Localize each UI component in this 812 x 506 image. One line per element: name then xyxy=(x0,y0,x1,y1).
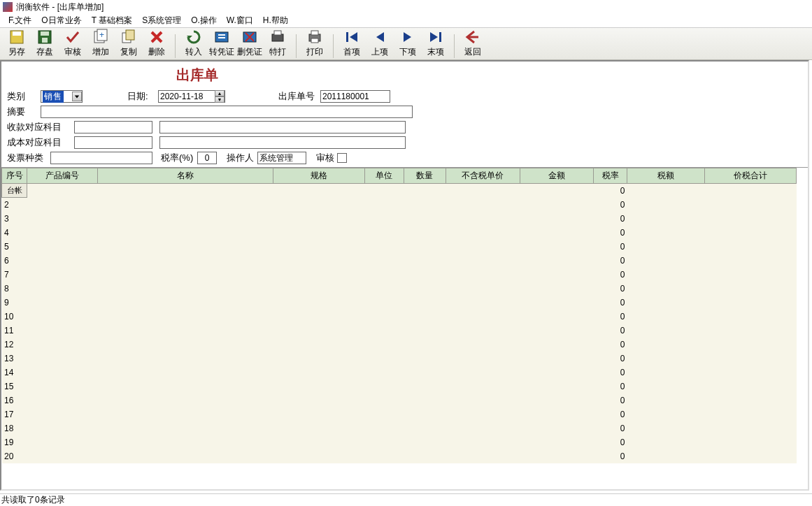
table-cell[interactable] xyxy=(97,254,273,268)
table-cell[interactable] xyxy=(446,184,520,198)
table-cell[interactable] xyxy=(365,198,404,212)
row-number[interactable]: 16 xyxy=(2,393,27,407)
table-cell[interactable]: 0 xyxy=(594,268,627,282)
table-cell[interactable] xyxy=(365,449,404,463)
table-row[interactable]: 170 xyxy=(2,407,797,421)
recv-subject-name-input[interactable] xyxy=(159,121,406,133)
import-button[interactable]: 转入 xyxy=(181,29,206,58)
table-cell[interactable] xyxy=(705,198,797,212)
table-cell[interactable] xyxy=(627,380,705,393)
table-cell[interactable] xyxy=(404,296,446,310)
table-cell[interactable]: 0 xyxy=(594,449,627,463)
table-cell[interactable] xyxy=(97,226,273,240)
row-number[interactable]: 4 xyxy=(2,226,27,240)
table-row[interactable]: 100 xyxy=(2,310,797,324)
table-cell[interactable] xyxy=(273,366,365,380)
table-cell[interactable] xyxy=(27,449,98,463)
table-cell[interactable] xyxy=(446,324,520,338)
table-cell[interactable] xyxy=(27,338,98,352)
table-cell[interactable] xyxy=(520,338,594,352)
row-header-ledger[interactable]: 台帐 xyxy=(2,184,27,198)
table-cell[interactable] xyxy=(27,254,98,268)
table-cell[interactable] xyxy=(705,380,797,393)
table-cell[interactable] xyxy=(404,184,446,198)
table-cell[interactable]: 0 xyxy=(594,421,627,435)
table-cell[interactable] xyxy=(446,449,520,463)
table-cell[interactable] xyxy=(627,393,705,407)
table-cell[interactable] xyxy=(446,366,520,380)
table-cell[interactable] xyxy=(27,324,98,338)
table-cell[interactable] xyxy=(627,296,705,310)
copy-button[interactable]: 复制 xyxy=(116,29,141,58)
table-cell[interactable] xyxy=(446,240,520,254)
table-cell[interactable] xyxy=(446,407,520,421)
table-cell[interactable] xyxy=(520,435,594,449)
add-button[interactable]: + 增加 xyxy=(88,29,113,58)
table-cell[interactable] xyxy=(404,254,446,268)
table-cell[interactable] xyxy=(627,421,705,435)
table-cell[interactable] xyxy=(520,198,594,212)
table-cell[interactable] xyxy=(404,268,446,282)
table-cell[interactable]: 0 xyxy=(594,352,627,366)
table-cell[interactable] xyxy=(705,338,797,352)
table-cell[interactable] xyxy=(404,407,446,421)
table-cell[interactable] xyxy=(365,393,404,407)
table-cell[interactable] xyxy=(365,296,404,310)
table-cell[interactable] xyxy=(273,310,365,324)
grid[interactable]: 序号 产品编号 名称 规格 单位 数量 不含税单价 金额 税率 税额 价税合计 … xyxy=(1,167,808,473)
table-cell[interactable]: 0 xyxy=(594,435,627,449)
table-cell[interactable] xyxy=(97,352,273,366)
table-cell[interactable]: 0 xyxy=(594,366,627,380)
row-number[interactable]: 14 xyxy=(2,366,27,380)
table-cell[interactable] xyxy=(273,184,365,198)
table-cell[interactable] xyxy=(520,310,594,324)
date-picker[interactable]: 2020-11-18 ▲ ▼ xyxy=(158,90,225,103)
table-cell[interactable] xyxy=(365,338,404,352)
col-prod-code[interactable]: 产品编号 xyxy=(27,168,98,184)
table-cell[interactable] xyxy=(97,421,273,435)
table-cell[interactable] xyxy=(404,282,446,296)
col-tax[interactable]: 税额 xyxy=(627,168,705,184)
table-cell[interactable] xyxy=(365,226,404,240)
table-cell[interactable] xyxy=(273,212,365,226)
date-spinner[interactable]: ▲ ▼ xyxy=(215,90,225,103)
cost-subject-code-input[interactable] xyxy=(74,136,152,149)
table-cell[interactable] xyxy=(705,226,797,240)
back-button[interactable]: 返回 xyxy=(460,29,485,58)
table-cell[interactable] xyxy=(520,380,594,393)
table-cell[interactable] xyxy=(404,198,446,212)
col-taxrate[interactable]: 税率 xyxy=(594,168,627,184)
table-cell[interactable] xyxy=(446,198,520,212)
table-row[interactable]: 130 xyxy=(2,352,797,366)
table-cell[interactable] xyxy=(27,198,98,212)
voucher-button[interactable]: 转凭证 xyxy=(209,29,234,58)
prev-button[interactable]: 上项 xyxy=(367,29,392,58)
table-cell[interactable] xyxy=(97,366,273,380)
table-cell[interactable] xyxy=(520,352,594,366)
row-number[interactable]: 7 xyxy=(2,268,27,282)
table-cell[interactable] xyxy=(520,226,594,240)
table-cell[interactable] xyxy=(97,296,273,310)
table-cell[interactable] xyxy=(627,352,705,366)
col-name[interactable]: 名称 xyxy=(97,168,273,184)
table-cell[interactable] xyxy=(446,226,520,240)
row-number[interactable]: 15 xyxy=(2,380,27,393)
table-cell[interactable] xyxy=(705,324,797,338)
table-cell[interactable] xyxy=(446,393,520,407)
table-row[interactable]: 30 xyxy=(2,212,797,226)
row-number[interactable]: 2 xyxy=(2,198,27,212)
table-cell[interactable] xyxy=(520,296,594,310)
special-print-button[interactable]: 特打 xyxy=(265,29,290,58)
menu-file[interactable]: F.文件 xyxy=(8,15,31,27)
table-cell[interactable] xyxy=(627,226,705,240)
table-cell[interactable] xyxy=(273,338,365,352)
table-cell[interactable] xyxy=(97,380,273,393)
table-cell[interactable]: 0 xyxy=(594,226,627,240)
table-cell[interactable]: 0 xyxy=(594,393,627,407)
table-cell[interactable] xyxy=(404,310,446,324)
table-cell[interactable] xyxy=(520,393,594,407)
table-cell[interactable] xyxy=(627,449,705,463)
table-cell[interactable]: 0 xyxy=(594,296,627,310)
table-cell[interactable] xyxy=(273,435,365,449)
table-row[interactable]: 台帐0 xyxy=(2,184,797,198)
